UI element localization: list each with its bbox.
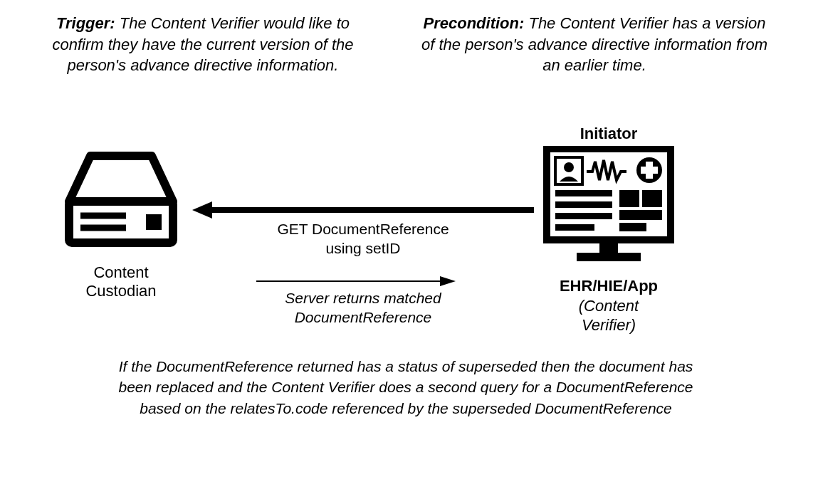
content-custodian-label: Content Custodian	[61, 263, 182, 300]
svg-rect-18	[619, 210, 662, 220]
precondition-text: Precondition: The Content Verifier has a…	[420, 13, 769, 76]
svg-marker-23	[440, 276, 456, 286]
ehr-label: EHR/HIE/App (Content Verifier)	[530, 276, 687, 335]
svg-rect-13	[555, 201, 612, 208]
svg-rect-16	[619, 190, 639, 207]
svg-rect-15	[555, 224, 594, 231]
request-arrow-label: GET DocumentReference using setID	[221, 219, 505, 258]
bottom-note: If the DocumentReference returned has a …	[114, 356, 698, 419]
arrow1-line2: using setID	[325, 240, 400, 256]
svg-point-8	[564, 162, 574, 172]
svg-marker-21	[192, 201, 212, 219]
ehr-sub-label-1: (Content	[579, 297, 639, 315]
svg-rect-14	[555, 213, 612, 219]
arrow2-line2: DocumentReference	[295, 309, 432, 325]
custodian-word2: Custodian	[85, 282, 156, 300]
custodian-word1: Content	[93, 263, 148, 281]
response-arrow-label: Server returns matched DocumentReference	[221, 288, 505, 327]
svg-rect-6	[577, 253, 641, 261]
precondition-label: Precondition:	[424, 14, 525, 32]
svg-rect-17	[642, 190, 662, 207]
svg-rect-3	[146, 214, 162, 230]
arrow2-line1: Server returns matched	[285, 290, 441, 306]
arrow1-line1: GET DocumentReference	[277, 221, 449, 237]
svg-rect-12	[555, 190, 612, 196]
response-arrow-right	[256, 274, 456, 288]
initiator-label: Initiator	[530, 125, 687, 143]
ehr-sub-label-2: Verifier)	[582, 316, 636, 334]
svg-rect-19	[619, 223, 646, 231]
trigger-label: Trigger:	[56, 14, 115, 32]
ehr-monitor-icon	[541, 146, 676, 267]
svg-rect-11	[641, 167, 658, 174]
svg-rect-5	[599, 240, 618, 253]
request-arrow-left	[192, 199, 534, 221]
ehr-main-label: EHR/HIE/App	[560, 277, 658, 295]
disk-drive-icon	[61, 146, 182, 253]
trigger-text: Trigger: The Content Verifier would like…	[39, 13, 367, 76]
